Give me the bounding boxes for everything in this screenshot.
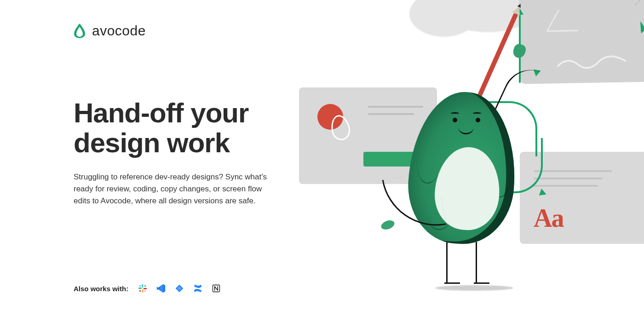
svg-rect-3 <box>144 288 147 289</box>
mascot-hand-left <box>380 218 396 231</box>
integrations-label: Also works with: <box>74 285 128 293</box>
svg-point-4 <box>139 285 141 287</box>
svg-point-5 <box>144 285 146 287</box>
brand-name: avocode <box>92 23 146 39</box>
avocado-mascot <box>391 83 529 281</box>
confluence-icon[interactable] <box>192 282 204 294</box>
landing-hero: avocode Hand-off your design work Strugg… <box>0 0 644 322</box>
vscode-icon[interactable] <box>155 282 167 294</box>
jira-icon[interactable] <box>173 282 185 294</box>
hero-illustration: Aa <box>294 0 644 322</box>
svg-rect-1 <box>138 288 142 289</box>
integration-icons <box>137 282 222 294</box>
svg-point-7 <box>139 290 141 292</box>
hero-headline: Hand-off your design work <box>74 98 285 158</box>
avocode-logo-icon <box>74 23 86 39</box>
typography-sample: Aa <box>534 203 563 233</box>
brand-logo[interactable]: avocode <box>74 23 285 39</box>
integrations-row: Also works with: <box>74 282 222 294</box>
hero-subtext: Struggling to reference dev-ready design… <box>74 171 271 207</box>
slack-icon[interactable] <box>137 282 149 294</box>
text-lines-placeholder <box>534 170 612 192</box>
hero-headline-line2: design work <box>74 127 230 158</box>
squiggle-icon <box>548 54 635 69</box>
mascot-shadow <box>435 285 513 291</box>
hero-text-column: avocode Hand-off your design work Strugg… <box>0 0 294 322</box>
mascot-face <box>446 115 497 143</box>
dashed-cursor-icon <box>637 0 644 10</box>
svg-rect-0 <box>142 284 143 288</box>
svg-rect-2 <box>142 289 144 293</box>
triangle-outline-icon <box>546 9 590 32</box>
cursor-icon <box>635 21 644 33</box>
notion-icon[interactable] <box>210 282 222 294</box>
svg-point-6 <box>144 290 146 292</box>
hero-headline-line1: Hand-off your <box>74 98 248 128</box>
